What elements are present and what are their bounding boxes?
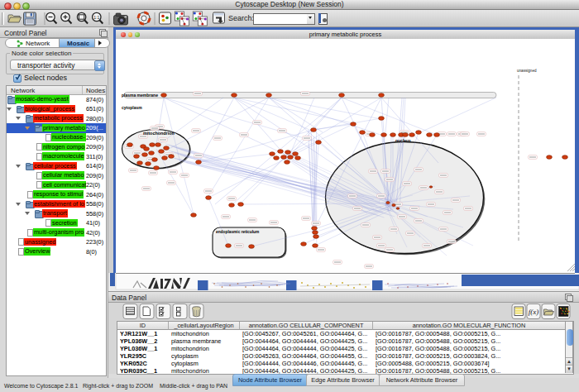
svg-text:cytoplasm: cytoplasm [122,105,142,110]
svg-text:unassigned: unassigned [517,69,537,73]
svg-text:endoplasmic reticulum: endoplasmic reticulum [216,230,259,234]
svg-text:f(x): f(x) [529,308,539,316]
svg-text:mitochondrion: mitochondrion [143,131,175,136]
svg-text:nucleus: nucleus [395,138,411,143]
svg-text:1:1: 1:1 [93,15,99,20]
svg-text:plasma membrane: plasma membrane [122,93,158,98]
